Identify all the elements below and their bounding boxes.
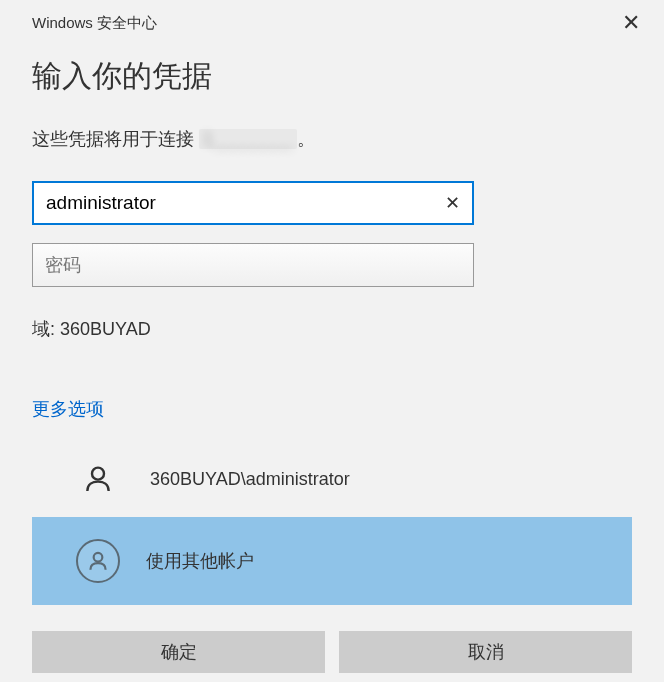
username-input[interactable] bbox=[34, 183, 432, 223]
description-text: 这些凭据将用于连接 1________。 bbox=[32, 127, 632, 151]
account-existing-label: 360BUYAD\administrator bbox=[150, 469, 350, 490]
page-title: 输入你的凭据 bbox=[32, 56, 632, 97]
ok-button[interactable]: 确定 bbox=[32, 631, 325, 673]
window-title: Windows 安全中心 bbox=[32, 14, 157, 33]
password-input[interactable] bbox=[33, 244, 473, 286]
account-option-other[interactable]: 使用其他帐户 bbox=[32, 517, 632, 605]
account-other-label: 使用其他帐户 bbox=[146, 549, 254, 573]
domain-label: 域: 360BUYAD bbox=[32, 317, 632, 341]
password-field[interactable] bbox=[32, 243, 474, 287]
more-options-link[interactable]: 更多选项 bbox=[32, 397, 104, 421]
account-option-existing[interactable]: 360BUYAD\administrator bbox=[32, 449, 632, 509]
titlebar: Windows 安全中心 ✕ bbox=[0, 0, 664, 42]
blurred-host: 1________ bbox=[199, 129, 297, 149]
button-row: 确定 取消 bbox=[32, 631, 632, 673]
user-circle-icon bbox=[76, 539, 120, 583]
close-icon[interactable]: ✕ bbox=[616, 10, 646, 36]
svg-point-0 bbox=[92, 468, 104, 480]
clear-icon[interactable]: ✕ bbox=[432, 183, 472, 223]
user-icon bbox=[80, 461, 116, 497]
username-field[interactable]: ✕ bbox=[32, 181, 474, 225]
content-area: 输入你的凭据 这些凭据将用于连接 1________。 ✕ 域: 360BUYA… bbox=[0, 56, 664, 673]
cancel-button[interactable]: 取消 bbox=[339, 631, 632, 673]
svg-point-1 bbox=[94, 553, 103, 562]
